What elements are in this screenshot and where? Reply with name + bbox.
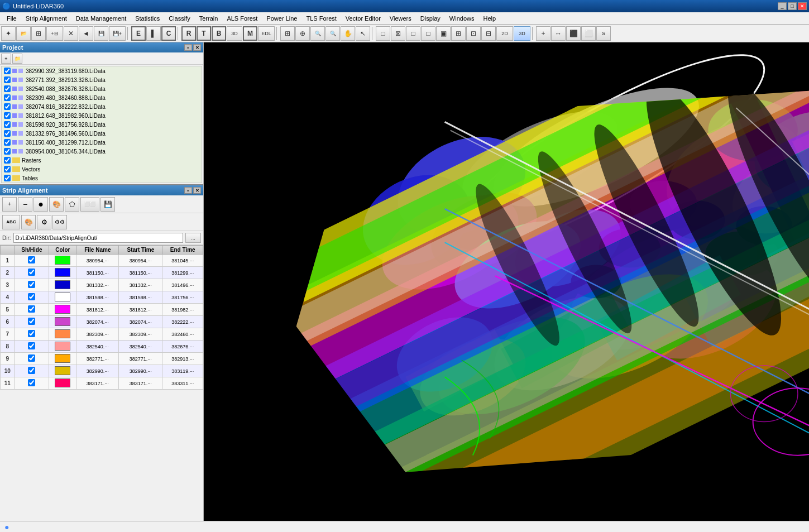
tree-file-checkbox[interactable] bbox=[4, 103, 11, 110]
tree-file-item[interactable]: 381812.648_381982.960.LiData bbox=[2, 111, 202, 120]
new-button[interactable]: ✦ bbox=[1, 26, 16, 41]
dir-input[interactable] bbox=[13, 233, 183, 243]
row-checkbox[interactable] bbox=[15, 377, 49, 390]
tree-file-item[interactable]: 381598.920_381756.928.LiData bbox=[2, 120, 202, 129]
area-btn[interactable]: ⬛ bbox=[566, 26, 581, 41]
row-checkbox[interactable] bbox=[15, 304, 49, 316]
row-show-hide-checkbox[interactable] bbox=[28, 330, 35, 337]
v2-btn[interactable]: ⊠ bbox=[391, 26, 405, 41]
table-row[interactable]: 9 382771.··· 382771.··· 382913.··· bbox=[1, 353, 203, 365]
menu-item-tls-forest[interactable]: TLS Forest bbox=[301, 12, 341, 24]
zoomout-btn[interactable]: 🔍 bbox=[325, 26, 340, 41]
menu-item-power-line[interactable]: Power Line bbox=[262, 12, 301, 24]
strip-polygon-button[interactable]: ⬠ bbox=[65, 197, 79, 212]
strip-save-button[interactable]: 💾 bbox=[100, 197, 115, 212]
3dp-btn[interactable]: 3D bbox=[227, 26, 242, 41]
row-show-hide-checkbox[interactable] bbox=[28, 269, 35, 276]
table-row[interactable]: 7 382309.··· 382309.··· 382460.··· bbox=[1, 328, 203, 341]
strip-walk-button[interactable]: ⬜⬜ bbox=[80, 197, 99, 212]
v7-btn[interactable]: ⊡ bbox=[466, 26, 481, 41]
zoomin-btn[interactable]: 🔍 bbox=[310, 26, 325, 41]
tree-file-item[interactable]: 382540.088_382676.328.LiData bbox=[2, 84, 202, 93]
v8-btn[interactable]: ⊟ bbox=[481, 26, 496, 41]
tree-folder-item[interactable]: Tables bbox=[2, 174, 202, 183]
edl-btn[interactable]: EDL bbox=[258, 26, 275, 41]
menu-item-display[interactable]: Display bbox=[416, 12, 445, 24]
table-row[interactable]: 10 382990.··· 382990.··· 383119.··· bbox=[1, 365, 203, 377]
minimize-button[interactable]: _ bbox=[778, 2, 787, 10]
menu-item-als-forest[interactable]: ALS Forest bbox=[222, 12, 262, 24]
tree-file-checkbox[interactable] bbox=[4, 68, 11, 74]
strip-color-button[interactable]: 🎨 bbox=[49, 197, 64, 212]
row-show-hide-checkbox[interactable] bbox=[28, 367, 35, 374]
strip-labels-button[interactable]: ABC bbox=[2, 215, 20, 229]
v5-btn[interactable]: ▣ bbox=[436, 26, 451, 41]
project-add-button[interactable]: + bbox=[1, 54, 11, 64]
menu-item-viewers[interactable]: Viewers bbox=[385, 12, 416, 24]
row-checkbox[interactable] bbox=[15, 267, 49, 279]
row-show-hide-checkbox[interactable] bbox=[28, 379, 35, 386]
tree-file-item[interactable]: 381150.400_381299.712.LiData bbox=[2, 138, 202, 147]
v6-btn[interactable]: ⊞ bbox=[451, 26, 466, 41]
row-checkbox[interactable] bbox=[15, 291, 49, 304]
table-row[interactable]: 5 381812.··· 381812.··· 381982.··· bbox=[1, 304, 203, 316]
row-show-hide-checkbox[interactable] bbox=[28, 281, 35, 288]
tree-file-checkbox[interactable] bbox=[4, 148, 11, 155]
strip-restore-button[interactable]: ▪ bbox=[184, 187, 192, 194]
table-row[interactable]: 2 381150.··· 381150.··· 381299.··· bbox=[1, 267, 203, 279]
b-btn[interactable]: B bbox=[212, 26, 226, 41]
menu-item-vector-editor[interactable]: Vector Editor bbox=[341, 12, 385, 24]
row-checkbox[interactable] bbox=[15, 341, 49, 353]
strip-btn[interactable]: ▌ bbox=[146, 26, 161, 41]
cursor-btn[interactable]: ↖ bbox=[356, 26, 370, 41]
row-show-hide-checkbox[interactable] bbox=[28, 354, 35, 362]
2d-btn[interactable]: 2D bbox=[496, 26, 513, 41]
menu-item-file[interactable]: File bbox=[2, 12, 21, 24]
t-btn[interactable]: T bbox=[197, 26, 211, 41]
strip-palette-button[interactable]: 🎨 bbox=[21, 215, 36, 229]
nav2-btn[interactable]: ⊕ bbox=[295, 26, 310, 41]
row-show-hide-checkbox[interactable] bbox=[28, 305, 35, 313]
open-button[interactable]: 📂 bbox=[16, 26, 31, 41]
row-show-hide-checkbox[interactable] bbox=[28, 318, 35, 325]
tree-folder-checkbox[interactable] bbox=[4, 166, 11, 172]
menu-item-statistics[interactable]: Statistics bbox=[131, 12, 164, 24]
back-button[interactable]: ◄ bbox=[79, 26, 93, 41]
menu-item-terrain[interactable]: Terrain bbox=[195, 12, 223, 24]
poly-btn[interactable]: ⬜ bbox=[581, 26, 596, 41]
row-show-hide-checkbox[interactable] bbox=[28, 256, 35, 263]
row-show-hide-checkbox[interactable] bbox=[28, 342, 35, 349]
project-close-button[interactable]: ✕ bbox=[193, 44, 201, 51]
table-row[interactable]: 4 381598.··· 381598.··· 381756.··· bbox=[1, 291, 203, 304]
strip-filter-button[interactable]: ⚙⚙ bbox=[52, 215, 67, 229]
3d-btn[interactable]: 3D bbox=[514, 26, 530, 41]
project-folder-button[interactable]: 📁 bbox=[12, 54, 22, 64]
tree-folder-checkbox[interactable] bbox=[4, 157, 11, 164]
tree-file-checkbox[interactable] bbox=[4, 112, 11, 119]
tree-file-item[interactable]: 382074.816_382222.832.LiData bbox=[2, 102, 202, 111]
remove-button[interactable]: ✕ bbox=[64, 26, 78, 41]
tree-file-item[interactable]: 380954.000_381045.344.LiData bbox=[2, 147, 202, 156]
menu-item-classify[interactable]: Classify bbox=[164, 12, 195, 24]
table-row[interactable]: 6 382074.··· 382074.··· 382222.··· bbox=[1, 316, 203, 328]
nav1-btn[interactable]: ⊞ bbox=[280, 26, 295, 41]
menu-item-windows[interactable]: Windows bbox=[445, 12, 479, 24]
tree-file-checkbox[interactable] bbox=[4, 121, 11, 128]
tree-folder-item[interactable]: Rasters bbox=[2, 156, 202, 165]
close-button[interactable]: ✕ bbox=[798, 2, 807, 10]
row-checkbox[interactable] bbox=[15, 279, 49, 291]
measure-btn[interactable]: ↔ bbox=[551, 26, 566, 41]
tree-file-checkbox[interactable] bbox=[4, 130, 11, 137]
saveas-button[interactable]: 💾+ bbox=[109, 26, 126, 41]
v1-btn[interactable]: □ bbox=[376, 26, 390, 41]
r-btn[interactable]: R bbox=[181, 26, 196, 41]
row-checkbox[interactable] bbox=[15, 353, 49, 365]
row-show-hide-checkbox[interactable] bbox=[28, 293, 35, 300]
strip-point-button[interactable]: ● bbox=[33, 197, 48, 212]
table-row[interactable]: 8 382540.··· 382540.··· 382676.··· bbox=[1, 341, 203, 353]
pan-btn[interactable]: ✋ bbox=[341, 26, 355, 41]
color-btn[interactable]: C bbox=[161, 26, 176, 41]
cross-btn[interactable]: + bbox=[536, 26, 550, 41]
tree-file-item[interactable]: 382771.392_382913.328.LiData bbox=[2, 75, 202, 84]
row-checkbox[interactable] bbox=[15, 316, 49, 328]
